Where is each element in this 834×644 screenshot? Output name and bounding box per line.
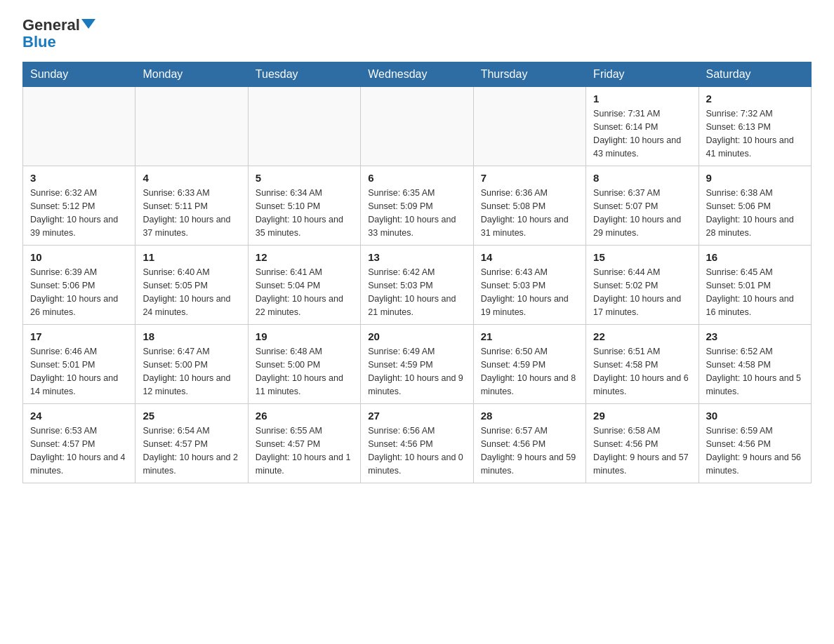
day-number: 11: [143, 251, 240, 263]
day-number: 30: [706, 410, 804, 422]
day-number: 16: [706, 251, 804, 263]
day-info: Sunrise: 6:43 AM Sunset: 5:03 PM Dayligh…: [481, 266, 578, 318]
week-row-1: 1Sunrise: 7:31 AM Sunset: 6:14 PM Daylig…: [23, 87, 812, 166]
weekday-header-friday: Friday: [586, 62, 699, 87]
day-number: 6: [368, 172, 465, 184]
day-number: 4: [143, 172, 240, 184]
day-info: Sunrise: 6:44 AM Sunset: 5:02 PM Dayligh…: [593, 266, 691, 318]
calendar-cell: 4Sunrise: 6:33 AM Sunset: 5:11 PM Daylig…: [135, 166, 248, 246]
day-number: 20: [368, 330, 465, 342]
day-number: 1: [593, 93, 691, 105]
weekday-header-tuesday: Tuesday: [248, 62, 360, 87]
weekday-header-thursday: Thursday: [473, 62, 585, 87]
logo-triangle-icon: [81, 19, 95, 29]
calendar-table: SundayMondayTuesdayWednesdayThursdayFrid…: [22, 62, 812, 483]
calendar-cell: 27Sunrise: 6:56 AM Sunset: 4:56 PM Dayli…: [361, 404, 473, 483]
day-number: 21: [481, 330, 578, 342]
calendar-cell: [473, 87, 585, 166]
day-info: Sunrise: 6:45 AM Sunset: 5:01 PM Dayligh…: [706, 266, 804, 318]
calendar-cell: 7Sunrise: 6:36 AM Sunset: 5:08 PM Daylig…: [473, 166, 585, 246]
day-info: Sunrise: 6:37 AM Sunset: 5:07 PM Dayligh…: [593, 187, 691, 239]
day-info: Sunrise: 6:48 AM Sunset: 5:00 PM Dayligh…: [256, 345, 353, 398]
calendar-cell: 2Sunrise: 7:32 AM Sunset: 6:13 PM Daylig…: [699, 87, 811, 166]
day-info: Sunrise: 6:54 AM Sunset: 4:57 PM Dayligh…: [143, 424, 240, 477]
calendar-cell: 10Sunrise: 6:39 AM Sunset: 5:06 PM Dayli…: [23, 246, 135, 325]
day-info: Sunrise: 6:40 AM Sunset: 5:05 PM Dayligh…: [143, 266, 240, 318]
day-info: Sunrise: 6:58 AM Sunset: 4:56 PM Dayligh…: [593, 424, 691, 477]
calendar-cell: 19Sunrise: 6:48 AM Sunset: 5:00 PM Dayli…: [248, 325, 360, 404]
day-info: Sunrise: 6:53 AM Sunset: 4:57 PM Dayligh…: [30, 424, 128, 477]
logo-blue: Blue: [22, 34, 56, 51]
calendar-cell: 14Sunrise: 6:43 AM Sunset: 5:03 PM Dayli…: [473, 246, 585, 325]
day-number: 27: [368, 410, 465, 422]
day-number: 19: [256, 330, 353, 342]
day-number: 17: [30, 330, 128, 342]
week-row-3: 10Sunrise: 6:39 AM Sunset: 5:06 PM Dayli…: [23, 246, 812, 325]
calendar-cell: 5Sunrise: 6:34 AM Sunset: 5:10 PM Daylig…: [248, 166, 360, 246]
day-info: Sunrise: 6:42 AM Sunset: 5:03 PM Dayligh…: [368, 266, 465, 318]
day-info: Sunrise: 6:52 AM Sunset: 4:58 PM Dayligh…: [706, 345, 804, 398]
day-number: 26: [256, 410, 353, 422]
day-info: Sunrise: 6:50 AM Sunset: 4:59 PM Dayligh…: [481, 345, 578, 398]
day-number: 5: [256, 172, 353, 184]
calendar-cell: 30Sunrise: 6:59 AM Sunset: 4:56 PM Dayli…: [699, 404, 811, 483]
weekday-header-monday: Monday: [135, 62, 248, 87]
day-info: Sunrise: 6:39 AM Sunset: 5:06 PM Dayligh…: [30, 266, 128, 318]
calendar-cell: 23Sunrise: 6:52 AM Sunset: 4:58 PM Dayli…: [699, 325, 811, 404]
day-number: 3: [30, 172, 128, 184]
day-info: Sunrise: 6:34 AM Sunset: 5:10 PM Dayligh…: [256, 187, 353, 239]
calendar-cell: 8Sunrise: 6:37 AM Sunset: 5:07 PM Daylig…: [586, 166, 699, 246]
day-number: 2: [706, 93, 804, 105]
calendar-cell: 1Sunrise: 7:31 AM Sunset: 6:14 PM Daylig…: [586, 87, 699, 166]
day-number: 9: [706, 172, 804, 184]
weekday-header-row: SundayMondayTuesdayWednesdayThursdayFrid…: [23, 62, 812, 87]
calendar-cell: 6Sunrise: 6:35 AM Sunset: 5:09 PM Daylig…: [361, 166, 473, 246]
calendar-cell: [361, 87, 473, 166]
day-info: Sunrise: 6:57 AM Sunset: 4:56 PM Dayligh…: [481, 424, 578, 477]
calendar-cell: 9Sunrise: 6:38 AM Sunset: 5:06 PM Daylig…: [699, 166, 811, 246]
day-number: 12: [256, 251, 353, 263]
calendar-cell: 24Sunrise: 6:53 AM Sunset: 4:57 PM Dayli…: [23, 404, 135, 483]
day-info: Sunrise: 7:32 AM Sunset: 6:13 PM Dayligh…: [706, 107, 804, 160]
day-info: Sunrise: 6:32 AM Sunset: 5:12 PM Dayligh…: [30, 187, 128, 239]
week-row-5: 24Sunrise: 6:53 AM Sunset: 4:57 PM Dayli…: [23, 404, 812, 483]
calendar-cell: 25Sunrise: 6:54 AM Sunset: 4:57 PM Dayli…: [135, 404, 248, 483]
day-number: 24: [30, 410, 128, 422]
page-header: General Blue: [22, 17, 812, 51]
weekday-header-saturday: Saturday: [699, 62, 811, 87]
calendar-cell: 28Sunrise: 6:57 AM Sunset: 4:56 PM Dayli…: [473, 404, 585, 483]
day-info: Sunrise: 6:47 AM Sunset: 5:00 PM Dayligh…: [143, 345, 240, 398]
calendar-cell: 26Sunrise: 6:55 AM Sunset: 4:57 PM Dayli…: [248, 404, 360, 483]
weekday-header-wednesday: Wednesday: [361, 62, 473, 87]
day-number: 25: [143, 410, 240, 422]
weekday-header-sunday: Sunday: [23, 62, 135, 87]
logo: General Blue: [22, 17, 95, 51]
day-number: 23: [706, 330, 804, 342]
day-number: 10: [30, 251, 128, 263]
calendar-cell: 17Sunrise: 6:46 AM Sunset: 5:01 PM Dayli…: [23, 325, 135, 404]
calendar-cell: [248, 87, 360, 166]
calendar-cell: 16Sunrise: 6:45 AM Sunset: 5:01 PM Dayli…: [699, 246, 811, 325]
day-number: 8: [593, 172, 691, 184]
calendar-cell: 18Sunrise: 6:47 AM Sunset: 5:00 PM Dayli…: [135, 325, 248, 404]
day-number: 28: [481, 410, 578, 422]
day-number: 29: [593, 410, 691, 422]
calendar-cell: 22Sunrise: 6:51 AM Sunset: 4:58 PM Dayli…: [586, 325, 699, 404]
day-info: Sunrise: 6:38 AM Sunset: 5:06 PM Dayligh…: [706, 187, 804, 239]
calendar-cell: 3Sunrise: 6:32 AM Sunset: 5:12 PM Daylig…: [23, 166, 135, 246]
day-info: Sunrise: 6:36 AM Sunset: 5:08 PM Dayligh…: [481, 187, 578, 239]
calendar-cell: 12Sunrise: 6:41 AM Sunset: 5:04 PM Dayli…: [248, 246, 360, 325]
calendar-cell: 13Sunrise: 6:42 AM Sunset: 5:03 PM Dayli…: [361, 246, 473, 325]
day-info: Sunrise: 6:35 AM Sunset: 5:09 PM Dayligh…: [368, 187, 465, 239]
calendar-cell: 21Sunrise: 6:50 AM Sunset: 4:59 PM Dayli…: [473, 325, 585, 404]
day-number: 14: [481, 251, 578, 263]
calendar-cell: 11Sunrise: 6:40 AM Sunset: 5:05 PM Dayli…: [135, 246, 248, 325]
logo-general: General: [22, 17, 80, 34]
week-row-2: 3Sunrise: 6:32 AM Sunset: 5:12 PM Daylig…: [23, 166, 812, 246]
day-info: Sunrise: 6:33 AM Sunset: 5:11 PM Dayligh…: [143, 187, 240, 239]
day-number: 18: [143, 330, 240, 342]
day-number: 7: [481, 172, 578, 184]
day-info: Sunrise: 6:59 AM Sunset: 4:56 PM Dayligh…: [706, 424, 804, 477]
day-info: Sunrise: 6:41 AM Sunset: 5:04 PM Dayligh…: [256, 266, 353, 318]
calendar-cell: [135, 87, 248, 166]
